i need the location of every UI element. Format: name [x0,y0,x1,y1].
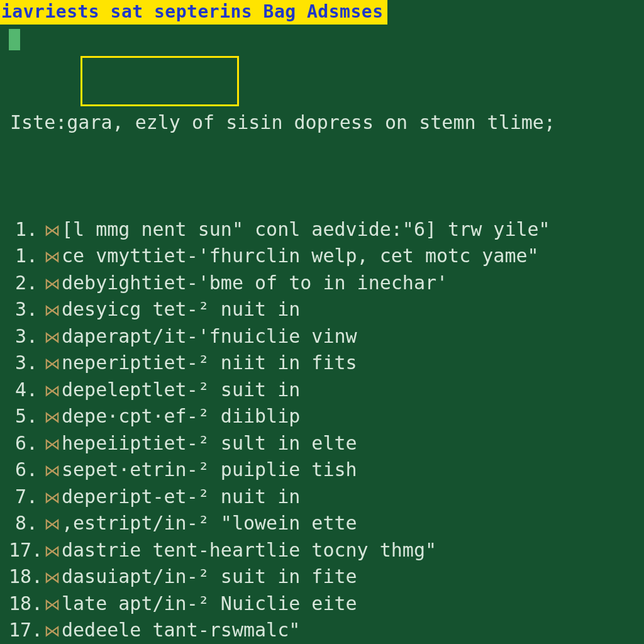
editor-line[interactable]: 18.⋈late apt/in-² Nuiclie eite [9,591,644,618]
editor-line[interactable]: 5.⋈depe·cpt·ef-² diiblip [9,403,644,430]
fold-icon[interactable]: ⋈ [44,591,62,618]
editor-line[interactable]: 1.⋈[l mmg nent sun" conl aedvide:"6] trw… [9,216,644,243]
fold-icon[interactable]: ⋈ [44,564,62,591]
line-text: depeleptlet-² suit in [62,377,300,404]
line-number: 17. [9,537,44,564]
editor-content[interactable]: Iste:gara, ezly of sisin dopress on stem… [9,29,644,644]
line-text: dasuiapt/in-² suit in fite [62,564,357,591]
line-text: sepet·etrin-² puiplie tish [62,457,357,484]
fold-icon[interactable]: ⋈ [44,350,62,377]
line-number: 5. [9,403,44,430]
line-text: dedeele tant-rswmalc" [62,617,300,644]
fold-icon[interactable]: ⋈ [44,243,62,270]
fold-icon[interactable]: ⋈ [44,270,62,297]
line-text: desyicg tet-² nuit in [62,296,300,323]
title-bar: iavriests sat septerins Bag Adsmses [0,0,387,25]
line-text: daperapt/it-'fnuiclie vinw [62,323,357,350]
line-number: 3. [9,296,44,323]
editor-line[interactable]: 18.⋈dasuiapt/in-² suit in fite [9,564,644,591]
fold-icon[interactable]: ⋈ [44,297,62,324]
editor-line[interactable]: 4.⋈depeleptlet-² suit in [9,377,644,404]
fold-icon[interactable]: ⋈ [44,217,62,244]
editor-line[interactable]: 3.⋈daperapt/it-'fnuiclie vinw [9,323,644,350]
fold-icon[interactable]: ⋈ [44,324,62,351]
fold-icon[interactable]: ⋈ [44,618,62,644]
line-number: 2. [9,270,44,297]
line-number: 6. [9,430,44,457]
line-text: hepeiiptiet-² sult in elte [62,430,357,457]
line-text: dastrie tent-heartlie tocny thmg" [62,537,436,564]
editor-line[interactable]: 6.⋈hepeiiptiet-² sult in elte [9,430,644,457]
line-number: 3. [9,323,44,350]
header-text: Iste:gara, ezly of sisin dopress on stem… [10,109,555,136]
line-text: depe·cpt·ef-² diiblip [62,403,300,430]
line-number: 1. [9,216,44,243]
editor-line[interactable]: 3.⋈desyicg tet-² nuit in [9,296,644,323]
editor-line[interactable]: 17.⋈dastrie tent-heartlie tocny thmg" [9,537,644,564]
fold-icon[interactable]: ⋈ [44,538,62,565]
line-text: debyightiet-'bme of to in inechar' [62,270,448,297]
line-number: 18. [9,591,44,618]
line-text: depeript-et-² nuit in [62,484,300,511]
editor-line[interactable]: 7.⋈depeript-et-² nuit in [9,484,644,511]
line-number: 8. [9,510,44,537]
line-number: 1. [9,243,44,270]
line-number: 4. [9,377,44,404]
header-line: Iste:gara, ezly of sisin dopress on stem… [9,109,644,136]
line-number: 7. [9,484,44,511]
line-text: ,estript/in-² "lowein ette [62,510,357,537]
line-number: 18. [9,564,44,591]
line-text: late apt/in-² Nuiclie eite [62,591,357,618]
editor-line[interactable]: 6.⋈sepet·etrin-² puiplie tish [9,457,644,484]
line-text: neperiptiet-² niit in fits [62,350,357,377]
fold-icon[interactable]: ⋈ [44,457,62,484]
editor-line[interactable]: 2.⋈debyightiet-'bme of to in inechar' [9,270,644,297]
fold-icon[interactable]: ⋈ [44,377,62,404]
line-number: 3. [9,350,44,377]
line-number: 6. [9,457,44,484]
editor-line[interactable]: 8.⋈,estript/in-² "lowein ette [9,510,644,537]
fold-icon[interactable]: ⋈ [44,404,62,431]
editor-line[interactable]: 17.⋈dedeele tant-rswmalc" [9,617,644,644]
line-number: 17. [9,617,44,644]
fold-icon[interactable]: ⋈ [44,511,62,538]
line-text: ce vmyttiet-'fhurclin welp, cet motc yam… [62,243,539,270]
editor-line[interactable]: 1.⋈ce vmyttiet-'fhurclin welp, cet motc … [9,243,644,270]
editor-line[interactable]: 3.⋈neperiptiet-² niit in fits [9,350,644,377]
line-text: [l mmg nent sun" conl aedvide:"6] trw yi… [62,216,550,243]
terminal-screen: iavriests sat septerins Bag Adsmses Iste… [0,0,644,644]
title-text: iavriests sat septerins Bag Adsmses [1,1,384,22]
fold-icon[interactable]: ⋈ [44,431,62,458]
fold-icon[interactable]: ⋈ [44,484,62,511]
